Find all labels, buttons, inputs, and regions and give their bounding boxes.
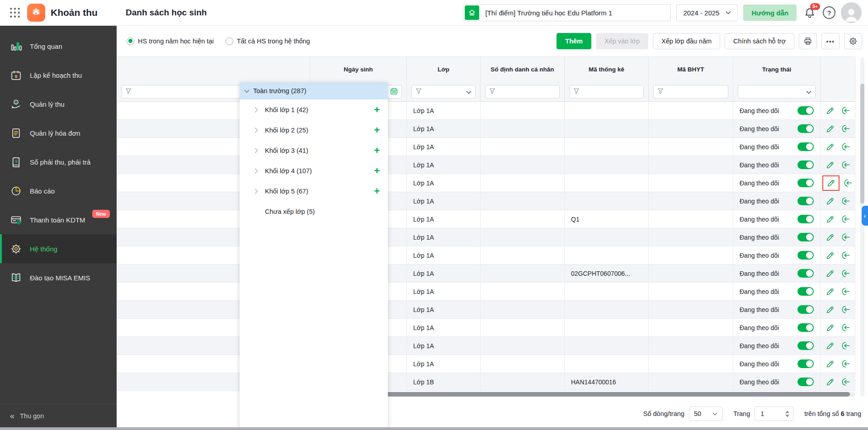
side-panel-expand-tab[interactable]: ‹: [862, 206, 868, 226]
tree-item-kh-i-l-p-1-42-[interactable]: Khối lớp 1 (42)+: [240, 99, 388, 120]
vertical-scrollbar-thumb[interactable]: [860, 84, 864, 203]
add-class-icon[interactable]: +: [374, 146, 380, 156]
radio-all-students[interactable]: Tất cả HS trong hệ thống: [226, 38, 310, 45]
column-filter-input[interactable]: [653, 85, 728, 99]
chevron-right-icon[interactable]: [254, 148, 259, 153]
status-toggle[interactable]: [797, 124, 814, 133]
status-toggle[interactable]: [797, 179, 814, 187]
status-toggle[interactable]: [797, 233, 814, 241]
check-in-student-button[interactable]: [840, 358, 851, 370]
status-toggle[interactable]: [797, 305, 814, 314]
edit-student-button[interactable]: [825, 177, 837, 189]
check-in-student-button[interactable]: [840, 213, 851, 226]
check-in-student-button[interactable]: [840, 249, 851, 262]
sidebar-item-h-th-ng[interactable]: Hệ thống: [0, 234, 117, 263]
radio-selected-icon[interactable]: [127, 38, 134, 45]
status-filter-select[interactable]: [738, 85, 816, 99]
sidebar-item-t-ng-quan[interactable]: Tổng quan: [0, 32, 117, 61]
sidebar-item--o-t-o-misa-emis[interactable]: Đào tạo MISA EMIS: [0, 263, 117, 292]
chevron-right-icon[interactable]: [254, 189, 259, 194]
check-in-student-button[interactable]: [840, 123, 851, 135]
app-grid-icon[interactable]: [7, 5, 23, 20]
table-row[interactable]: Lớp 1AĐang theo dõi: [117, 246, 855, 265]
sidebar-item-l-p-k-ho-ch-thu[interactable]: $Lập kế hoạch thu: [0, 61, 117, 90]
table-settings-button[interactable]: [844, 33, 862, 49]
page-number-input[interactable]: 1: [755, 406, 793, 421]
print-button[interactable]: [799, 33, 817, 49]
edit-student-button[interactable]: [824, 159, 836, 171]
status-toggle[interactable]: [797, 251, 814, 260]
tree-item-whole-school[interactable]: Toàn trường (287): [240, 82, 388, 99]
edit-student-button[interactable]: [824, 231, 836, 244]
avatar[interactable]: [841, 2, 862, 23]
sidebar-item-b-o-c-o[interactable]: Báo cáo: [0, 176, 117, 205]
check-in-student-button[interactable]: [840, 376, 851, 388]
notifications-button[interactable]: 9+: [802, 5, 817, 20]
assign-start-year-button[interactable]: Xếp lớp đầu năm: [653, 33, 720, 49]
horizontal-scrollbar-thumb[interactable]: [375, 392, 850, 397]
chevron-right-icon[interactable]: [254, 168, 259, 174]
edit-student-button[interactable]: [824, 340, 836, 352]
tree-item-ch-a-x-p-l-p-5-[interactable]: Chưa xếp lớp (5): [240, 201, 388, 222]
table-row[interactable]: Lớp 1AĐang theo dõi: [117, 283, 855, 301]
vertical-scrollbar[interactable]: [860, 57, 864, 397]
chevron-down-icon[interactable]: [806, 88, 811, 96]
tree-item-kh-i-l-p-4-107-[interactable]: Khối lớp 4 (107)+: [240, 161, 388, 181]
tree-item-kh-i-l-p-2-25-[interactable]: Khối lớp 2 (25)+: [240, 120, 388, 140]
column-filter-input[interactable]: [411, 85, 476, 99]
edit-student-button[interactable]: [824, 141, 836, 153]
add-class-icon[interactable]: +: [374, 125, 380, 135]
table-row[interactable]: Lớp 1AĐang theo dõi: [117, 301, 855, 319]
table-row[interactable]: Lớp 1AĐang theo dõi: [117, 319, 855, 337]
check-in-student-button[interactable]: [840, 104, 851, 117]
column-filter-input[interactable]: [569, 85, 644, 99]
check-in-student-button[interactable]: [840, 303, 851, 316]
check-in-student-button[interactable]: [840, 195, 851, 208]
sidebar-collapse-button[interactable]: « Thu gọn: [0, 404, 117, 427]
tree-item-kh-i-l-p-5-67-[interactable]: Khối lớp 5 (67)+: [240, 181, 388, 201]
edit-student-button[interactable]: [824, 358, 836, 370]
radio-unselected-icon[interactable]: [226, 38, 233, 45]
table-row[interactable]: 02/02/2018Lớp 1A02GCPHT0607006...Đang th…: [117, 265, 855, 283]
column-filter-input[interactable]: [485, 85, 560, 99]
sidebar-item-s-ph-i-thu-ph-i-tr-[interactable]: $Sổ phải thu, phải trả: [0, 147, 117, 176]
edit-student-button[interactable]: [824, 303, 836, 316]
sidebar-item-qu-n-l-thu[interactable]: $Quản lý thu: [0, 90, 117, 118]
sidebar-item-qu-n-l-h-a-n[interactable]: Quản lý hóa đơn: [0, 118, 117, 147]
table-row[interactable]: 21/02/2021Lớp 1AĐang theo dõi: [117, 228, 855, 246]
add-class-icon[interactable]: +: [374, 105, 380, 115]
table-row[interactable]: Lớp 1AĐang theo dõi: [117, 120, 855, 138]
status-toggle[interactable]: [797, 287, 814, 296]
edit-student-button[interactable]: [824, 123, 836, 135]
edit-student-button[interactable]: [824, 376, 836, 388]
table-row[interactable]: Lớp 1AQ1Đang theo dõi: [117, 210, 855, 228]
add-button[interactable]: Thêm: [557, 33, 591, 49]
status-toggle[interactable]: [797, 323, 814, 332]
add-class-icon[interactable]: +: [374, 186, 380, 196]
check-in-student-button[interactable]: [840, 340, 851, 352]
check-in-student-button[interactable]: [840, 321, 851, 334]
rows-per-page-select[interactable]: 50: [689, 406, 722, 421]
status-toggle[interactable]: [797, 161, 814, 169]
radio-current-year-students[interactable]: HS trong năm học hiện tại: [127, 38, 214, 45]
tree-item-kh-i-l-p-3-41-[interactable]: Khối lớp 3 (41)+: [240, 140, 388, 161]
check-in-student-button[interactable]: [840, 267, 851, 280]
school-year-selector[interactable]: 2024 - 2025: [676, 4, 738, 21]
edit-student-button[interactable]: [824, 267, 836, 280]
check-in-student-button[interactable]: [840, 231, 851, 244]
status-toggle[interactable]: [797, 341, 814, 350]
table-row[interactable]: 30/05/2017Lớp 1AĐang theo dõi: [117, 138, 855, 156]
guide-button[interactable]: Hướng dẫn: [743, 5, 797, 21]
table-row[interactable]: t@!Lớp 1AĐang theo dõi: [117, 102, 855, 120]
edit-student-button[interactable]: [824, 285, 836, 298]
status-toggle[interactable]: [797, 197, 814, 205]
chevron-down-icon[interactable]: [466, 88, 472, 96]
status-toggle[interactable]: [797, 142, 814, 151]
assign-to-class-button[interactable]: Xếp vào lớp: [596, 33, 648, 49]
table-row[interactable]: Lớp 1AĐang theo dõi: [117, 355, 855, 373]
check-in-student-button[interactable]: [840, 141, 851, 153]
chevron-right-icon[interactable]: [254, 107, 259, 113]
check-in-student-button[interactable]: [840, 159, 851, 171]
table-row[interactable]: Lớp 1AĐang theo dõi: [117, 156, 855, 174]
page-spinner[interactable]: [785, 411, 789, 417]
